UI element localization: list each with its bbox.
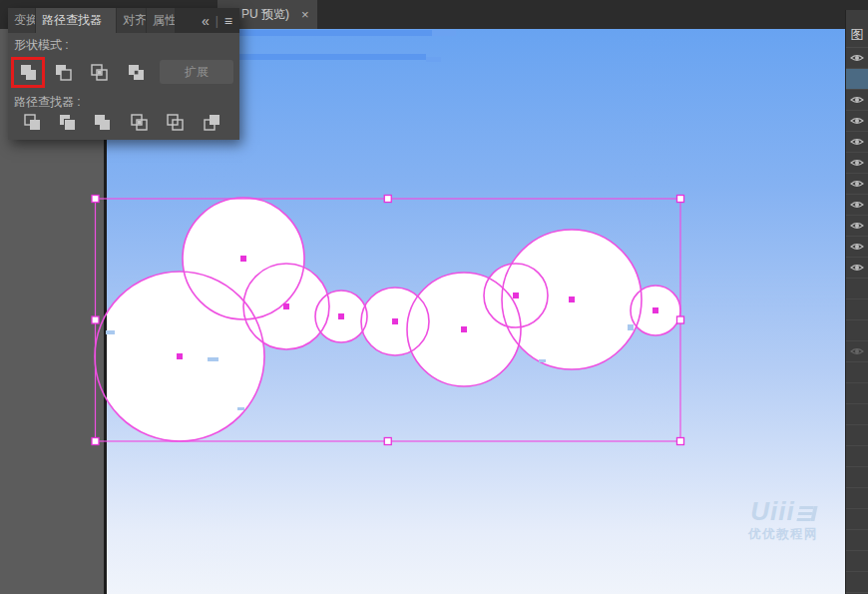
layer-row[interactable] [846, 320, 868, 341]
layer-row[interactable] [846, 237, 868, 258]
pathfinder-panel: 变换路径查找器对齐属性 « | ≡ 形状模式 : 扩展 路径查找器 : [8, 8, 239, 140]
illustrator-window: PU 预览) × Uiii 优优教程网 变换路径查找器对齐属性 « | ≡ 形状… [0, 0, 868, 594]
uiii-logo: Uiii [735, 499, 831, 523]
layer-row[interactable] [846, 383, 868, 404]
outline-button[interactable] [163, 110, 187, 134]
document-tab-close-icon[interactable]: × [301, 8, 309, 21]
minus-back-icon [204, 114, 220, 131]
site-watermark: Uiii 优优教程网 [735, 499, 831, 543]
pathfinder-panel-tabs: 变换路径查找器对齐属性 « | ≡ [8, 8, 239, 33]
visibility-eye-icon [850, 179, 864, 189]
minus-front-button[interactable] [52, 60, 76, 84]
watermark-site-name: 优优教程网 [735, 526, 831, 543]
layers-panel-header: 图 [846, 10, 868, 48]
visibility-eye-icon [850, 242, 864, 252]
layer-row[interactable] [846, 48, 868, 69]
minus-back-button[interactable] [200, 110, 223, 134]
layer-row[interactable] [846, 509, 868, 530]
collapse-panel-icon[interactable]: « [202, 13, 210, 29]
divide-icon [24, 114, 41, 131]
visibility-eye-icon [850, 200, 864, 210]
visibility-eye-icon [850, 95, 864, 105]
layer-row[interactable] [846, 90, 868, 111]
crop-button[interactable] [127, 110, 151, 134]
panel-tab-2[interactable]: 对齐 [117, 8, 146, 33]
shape-modes-label: 形状模式 : [14, 37, 69, 54]
layer-row-selected[interactable] [846, 69, 868, 90]
layer-row[interactable] [846, 132, 868, 153]
panel-menu-icon[interactable]: ≡ [224, 13, 232, 29]
layer-row[interactable] [846, 488, 868, 509]
panel-tab-0[interactable]: 变换 [8, 8, 35, 33]
layer-row[interactable] [846, 572, 868, 593]
exclude-button[interactable] [125, 60, 149, 84]
tutorial-highlight-box [11, 57, 45, 88]
layer-row[interactable] [846, 258, 868, 279]
trim-icon [59, 114, 76, 131]
layer-row[interactable] [846, 530, 868, 551]
tab-icons-divider: | [216, 14, 218, 28]
panel-tab-3[interactable]: 属性 [147, 8, 175, 33]
layer-row[interactable] [846, 425, 868, 446]
visibility-eye-icon [850, 158, 864, 168]
layer-row[interactable] [846, 341, 868, 362]
visibility-eye-icon [850, 137, 864, 147]
uiii-logo-text: Uiii [750, 499, 794, 523]
layer-row[interactable] [846, 174, 868, 195]
visibility-eye-icon [850, 53, 864, 63]
pathfinder-panel-body: 形状模式 : 扩展 路径查找器 : [8, 33, 239, 140]
expand-button[interactable]: 扩展 [160, 60, 233, 84]
trim-button[interactable] [55, 110, 79, 134]
layer-row[interactable] [846, 216, 868, 237]
intersect-button[interactable] [87, 60, 111, 84]
layer-row[interactable] [846, 153, 868, 174]
layers-rows [846, 48, 868, 593]
merge-icon [94, 114, 111, 131]
layers-panel: 图 [845, 10, 868, 594]
intersect-icon [91, 64, 108, 81]
pathfinders-label: 路径查找器 : [14, 94, 81, 111]
divide-button[interactable] [20, 110, 44, 134]
outline-icon [167, 114, 184, 131]
exclude-icon [128, 64, 145, 81]
layer-row[interactable] [846, 299, 868, 320]
crop-icon [131, 114, 148, 131]
layer-row[interactable] [846, 195, 868, 216]
layer-row[interactable] [846, 551, 868, 572]
layer-row[interactable] [846, 362, 868, 383]
layer-row[interactable] [846, 467, 868, 488]
layer-row[interactable] [846, 111, 868, 132]
visibility-eye-icon [850, 116, 864, 126]
panel-tab-icons: « | ≡ [202, 8, 239, 33]
panel-tab-pathfinder[interactable]: 路径查找器 [36, 8, 116, 33]
merge-button[interactable] [90, 110, 114, 134]
visibility-eye-icon [850, 346, 864, 356]
layer-row[interactable] [846, 279, 868, 299]
layer-row[interactable] [846, 404, 868, 425]
minus-front-icon [55, 64, 72, 81]
document-tab-label: PU 预览) [241, 6, 289, 23]
visibility-eye-icon [850, 221, 864, 231]
visibility-eye-icon [850, 263, 864, 273]
layer-row[interactable] [846, 446, 868, 467]
uiii-logo-mark-icon [796, 506, 817, 521]
